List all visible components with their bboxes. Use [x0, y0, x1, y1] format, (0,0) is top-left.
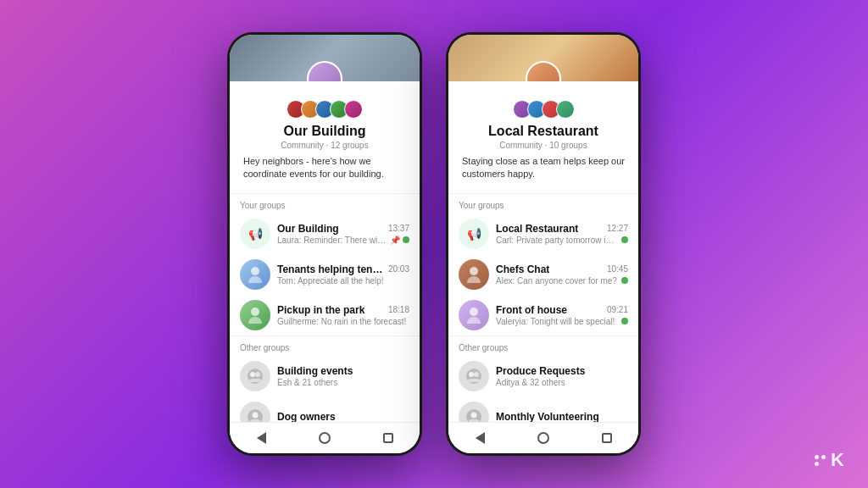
- phone-2-group-2-name: Chefs Chat: [496, 263, 549, 275]
- phone-1-other-2-info: Dog owners: [277, 411, 409, 422]
- phone-1-other-1[interactable]: Building events Esh & 21 others: [230, 356, 420, 396]
- pb: [248, 317, 262, 324]
- phone-1-group-2-info: Tenants helping tenants 20:03 Tom: Appre…: [277, 263, 409, 286]
- phone-1-group-2-preview-row: Tom: Appreciate all the help!: [277, 276, 409, 286]
- phone-2-header-image: [448, 35, 638, 81]
- phone-2-group-3-name-row: Front of house 09:21: [496, 304, 628, 316]
- pb: [467, 276, 481, 283]
- phone-2-group-1-time: 12:27: [607, 224, 628, 233]
- ph: [470, 308, 478, 316]
- svg-point-1: [250, 372, 255, 377]
- announce-icon-1: 📢: [240, 219, 270, 249]
- phones-container: Our Building Community · 12 groups Hey n…: [227, 32, 641, 456]
- foh-avatar: [459, 300, 489, 330]
- phone-2-group-3-preview: Valeryia: Tonight will be special!: [496, 317, 619, 326]
- phone-1-content: Our Building Community · 12 groups Hey n…: [230, 81, 420, 422]
- brand-dot-2: [821, 455, 826, 459]
- nav-back-1[interactable]: [253, 430, 270, 446]
- phone-2-group-2[interactable]: Chefs Chat 10:45 Alex: Can anyone cover …: [448, 254, 638, 295]
- phone-1-meta: Community · 12 groups: [240, 141, 409, 150]
- phone-1-group-3[interactable]: Pickup in the park 18:18 Guilherme: No r…: [230, 295, 420, 336]
- phone-1-other-1-info: Building events Esh & 21 others: [277, 365, 409, 387]
- tenants-person-icon: [240, 259, 270, 290]
- phone-2-other-2-name: Monthly Volunteering: [496, 411, 599, 422]
- phone-2-other-2[interactable]: Monthly Volunteering: [448, 396, 638, 422]
- phone-2-other-1-info: Produce Requests Aditya & 32 others: [496, 365, 628, 387]
- phone-2-group-1[interactable]: 📢 Local Restaurant 12:27 Carl: Private p…: [448, 214, 638, 254]
- phone-2-other-1-name-row: Produce Requests: [496, 365, 628, 377]
- phone-1-group-1-name: Our Building: [277, 223, 339, 235]
- chefs-avatar: [459, 259, 489, 290]
- phone-1-group-1-preview-row: Laura: Reminder: There will be ... 📌: [277, 236, 409, 245]
- phone-1-group-3-name: Pickup in the park: [277, 304, 364, 316]
- brand-dot-1: [815, 455, 819, 459]
- status-dot-2-3: [621, 318, 628, 324]
- pin-icon-1: 📌: [390, 236, 400, 245]
- phone-2-group-2-preview: Alex: Can anyone cover for me?: [496, 276, 619, 286]
- phone-1-other-1-name-row: Building events: [277, 365, 409, 377]
- nav-home-2[interactable]: [535, 430, 552, 446]
- phone-1-other-1-preview-row: Esh & 21 others: [277, 378, 409, 387]
- phone-1: Our Building Community · 12 groups Hey n…: [227, 32, 422, 456]
- brand-dot-row-2: [815, 462, 826, 466]
- monthly-avatar: [459, 402, 489, 422]
- svg-point-9: [474, 372, 479, 377]
- phone-1-other-groups-label: Other groups: [230, 340, 420, 356]
- phone-1-group-1[interactable]: 📢 Our Building 13:37 Laura: Reminder: Th…: [230, 214, 420, 254]
- building-events-avatar: [240, 361, 270, 391]
- ph: [251, 267, 259, 275]
- phone-2-other-1[interactable]: Produce Requests Aditya & 32 others: [448, 356, 638, 396]
- foh-person-icon: [459, 300, 489, 330]
- phone-1-title: Our Building: [240, 124, 409, 139]
- chefs-person-icon: [459, 259, 489, 290]
- phone-2-group-3-time: 09:21: [607, 305, 628, 314]
- phone-2: Local Restaurant Community · 10 groups S…: [446, 32, 641, 456]
- svg-point-5: [253, 412, 259, 418]
- phone-1-other-2[interactable]: Dog owners: [230, 396, 420, 422]
- phone-2-profile-section: Local Restaurant Community · 10 groups S…: [448, 100, 638, 193]
- ph: [251, 308, 259, 316]
- phone-1-group-3-info: Pickup in the park 18:18 Guilherme: No r…: [277, 304, 409, 326]
- nav-recent-1[interactable]: [380, 430, 397, 446]
- phone-2-other-1-preview: Aditya & 32 others: [496, 378, 628, 387]
- phone-1-nav: [230, 422, 420, 453]
- phone-2-group-1-name: Local Restaurant: [496, 223, 578, 235]
- phone-2-title: Local Restaurant: [459, 124, 628, 139]
- avatar-r4: [556, 100, 575, 119]
- phone-2-other-2-info: Monthly Volunteering: [496, 411, 628, 422]
- nav-recent-icon-1: [383, 433, 393, 443]
- status-dot-1: [403, 236, 409, 243]
- phone-1-community-icon: [307, 61, 342, 81]
- phone-1-group-2[interactable]: Tenants helping tenants 20:03 Tom: Appre…: [230, 254, 420, 295]
- phone-1-other-1-name: Building events: [277, 365, 353, 377]
- monthly-icon: [465, 408, 482, 422]
- nav-back-2[interactable]: [471, 430, 488, 446]
- phone-1-group-3-preview: Guilherme: No rain in the forecast!: [277, 317, 409, 326]
- phone-1-group-3-preview-row: Guilherme: No rain in the forecast!: [277, 317, 409, 326]
- phone-2-group-2-info: Chefs Chat 10:45 Alex: Can anyone cover …: [496, 263, 628, 286]
- phone-2-group-3-name: Front of house: [496, 304, 567, 316]
- phone-2-divider-2: [448, 336, 638, 336]
- svg-rect-3: [249, 379, 261, 382]
- phone-1-group-2-name-row: Tenants helping tenants 20:03: [277, 263, 409, 275]
- phone-1-group-3-time: 18:18: [388, 305, 409, 314]
- building-events-icon: [247, 368, 264, 385]
- nav-recent-2[interactable]: [598, 430, 615, 446]
- phone-1-community-icon-inner: [309, 63, 341, 81]
- nav-home-1[interactable]: [316, 430, 333, 446]
- phone-1-profile-section: Our Building Community · 12 groups Hey n…: [230, 100, 420, 193]
- phone-1-other-2-name: Dog owners: [277, 411, 336, 422]
- brand-dot-3: [815, 462, 819, 466]
- phone-2-group-2-preview-row: Alex: Can anyone cover for me?: [496, 276, 628, 286]
- phone-2-group-3-preview-row: Valeryia: Tonight will be special!: [496, 317, 628, 326]
- phone-2-group-3[interactable]: Front of house 09:21 Valeryia: Tonight w…: [448, 295, 638, 336]
- status-dot-2-1: [621, 236, 628, 243]
- phone-1-avatars: [240, 100, 409, 119]
- announce-icon-2: 📢: [459, 219, 489, 249]
- phone-2-other-groups-label: Other groups: [448, 340, 638, 356]
- nav-recent-icon-2: [602, 433, 612, 443]
- phone-2-your-groups-label: Your groups: [448, 197, 638, 214]
- svg-point-2: [255, 372, 260, 377]
- phone-2-group-1-info: Local Restaurant 12:27 Carl: Private par…: [496, 223, 628, 245]
- nav-home-icon-1: [319, 432, 331, 444]
